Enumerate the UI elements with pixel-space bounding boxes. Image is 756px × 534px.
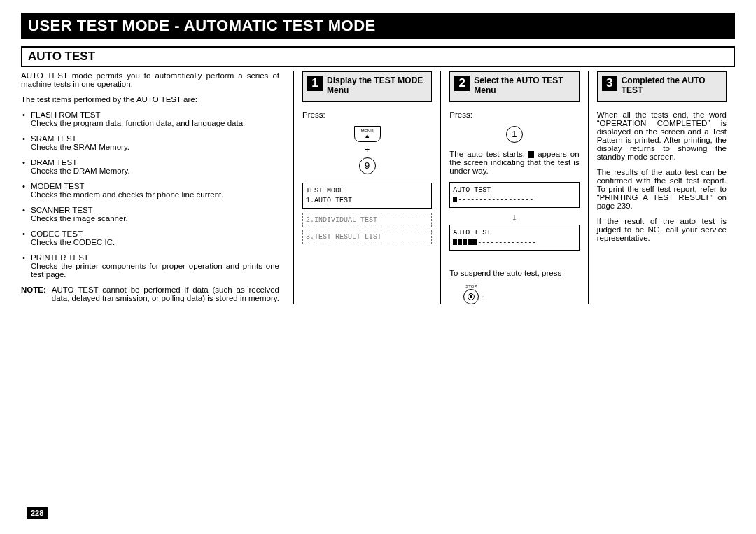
numeric-key-label: 9 [365, 160, 370, 171]
progress-block-icon [453, 239, 457, 245]
page-title: USER TEST MODE - AUTOMATIC TEST MODE [28, 17, 376, 34]
press-label: Press: [302, 111, 432, 119]
numeric-key-1-icon: 1 [506, 126, 523, 143]
step-2-body: Press: 1 The auto test starts, appears o… [449, 111, 579, 304]
step-3-header: 3 Completed the AUTO TEST [597, 71, 727, 102]
key-sequence: 1 [449, 126, 579, 143]
section-heading-bar: AUTO TEST [21, 46, 735, 67]
down-arrow-icon: ↓ [449, 212, 579, 222]
intro-paragraph-2: The test items performed by the AUTO TES… [21, 95, 279, 104]
test-desc: Checks the image scanner. [31, 214, 279, 223]
progress-block-icon [458, 239, 462, 245]
note-label: NOTE: [21, 286, 46, 302]
lcd-hidden-option: 3.TEST RESULT LIST [302, 230, 432, 244]
test-name: PRINTER TEST [31, 253, 279, 262]
progress-block-icon [463, 239, 467, 245]
step-title: Select the AUTO TEST Menu [474, 76, 574, 96]
up-arrow-icon: ▲ [361, 133, 374, 139]
page-title-bar: USER TEST MODE - AUTOMATIC TEST MODE [21, 13, 735, 39]
stop-key-icon: STOP [463, 284, 479, 304]
step-1-body: Press: MENU ▲ + 9 TEST MODE 1.AUTO TEST … [302, 111, 432, 244]
test-desc: Checks the CODEC IC. [31, 238, 279, 246]
list-item: SRAM TEST Checks the SRAM Memory. [21, 134, 279, 151]
step-3-body: When all the tests end, the word “OPERAT… [597, 111, 727, 242]
test-desc: Checks the DRAM Memory. [31, 167, 279, 175]
test-name: MODEM TEST [31, 182, 279, 190]
list-item: PRINTER TEST Checks the printer componen… [21, 253, 279, 279]
intro-paragraph-1: AUTO TEST mode permits you to automatica… [21, 71, 279, 88]
test-desc: Checks the printer components for proper… [31, 262, 279, 279]
completion-paragraph-1: When all the tests end, the word “OPERAT… [597, 111, 727, 161]
progress-block-icon [468, 239, 472, 245]
stop-key-row: STOP . [463, 284, 579, 304]
suspend-text: To suspend the auto test, press [449, 269, 579, 277]
step-title: Display the TEST MODE Menu [327, 76, 427, 96]
lcd-hidden-option: 2.INDIVIDUAL TEST [302, 213, 432, 227]
test-desc: Checks the program data, function data, … [31, 119, 279, 127]
menu-key-icon: MENU ▲ [354, 126, 381, 142]
press-label: Press: [449, 111, 579, 119]
step-title: Completed the AUTO TEST [622, 76, 722, 96]
completion-paragraph-3: If the result of the auto test is judged… [597, 217, 727, 242]
step-2-header: 2 Select the AUTO TEST Menu [449, 71, 579, 102]
section-heading: AUTO TEST [28, 50, 95, 63]
lcd-screen: TEST MODE 1.AUTO TEST [302, 183, 432, 209]
stop-button-icon [463, 289, 479, 304]
cursor-block-icon [453, 197, 457, 202]
test-name: SCANNER TEST [31, 206, 279, 214]
test-name: DRAM TEST [31, 158, 279, 167]
step-2-column: 2 Select the AUTO TEST Menu Press: 1 The… [441, 71, 588, 304]
lcd-screen: AUTO TEST ------------------ [449, 182, 579, 208]
list-item: FLASH ROM TEST Checks the program data, … [21, 111, 279, 127]
step-number: 3 [602, 76, 617, 91]
main-content: AUTO TEST mode permits you to automatica… [21, 71, 735, 304]
stop-key-label: STOP [463, 284, 479, 288]
test-item-list: FLASH ROM TEST Checks the program data, … [21, 111, 279, 279]
cursor-block-icon [528, 151, 534, 158]
step-number: 2 [454, 76, 470, 91]
step-number: 1 [307, 76, 323, 91]
test-name: CODEC TEST [31, 230, 279, 238]
lcd-screen: AUTO TEST -------------- [449, 225, 579, 251]
step-3-column: 3 Completed the AUTO TEST When all the t… [589, 71, 735, 304]
numeric-key-9-icon: 9 [359, 157, 376, 174]
progress-block-icon [472, 239, 477, 245]
list-item: SCANNER TEST Checks the image scanner. [21, 206, 279, 223]
list-item: MODEM TEST Checks the modem and checks f… [21, 182, 279, 199]
note-block: NOTE: AUTO TEST cannot be performed if d… [21, 286, 279, 302]
list-item: CODEC TEST Checks the CODEC IC. [21, 230, 279, 246]
step-1-header: 1 Display the TEST MODE Menu [302, 71, 432, 102]
numeric-key-label: 1 [512, 129, 517, 139]
test-desc: Checks the modem and checks for phone li… [31, 190, 279, 199]
test-name: FLASH ROM TEST [31, 111, 279, 119]
key-sequence: MENU ▲ + 9 [302, 126, 432, 174]
list-item: DRAM TEST Checks the DRAM Memory. [21, 158, 279, 175]
completion-paragraph-2: The results of the auto test can be conf… [597, 168, 727, 210]
left-column: AUTO TEST mode permits you to automatica… [21, 71, 294, 304]
steps-area: 1 Display the TEST MODE Menu Press: MENU… [294, 71, 735, 304]
step-1-column: 1 Display the TEST MODE Menu Press: MENU… [294, 71, 441, 304]
test-name: SRAM TEST [31, 134, 279, 143]
note-body: AUTO TEST cannot be performed if data (s… [52, 286, 279, 302]
test-desc: Checks the SRAM Memory. [31, 143, 279, 151]
page-number: 228 [27, 507, 48, 519]
plus-sign: + [302, 145, 432, 155]
period: . [482, 290, 484, 299]
auto-test-start-text: The auto test starts, appears on the scr… [449, 150, 579, 175]
